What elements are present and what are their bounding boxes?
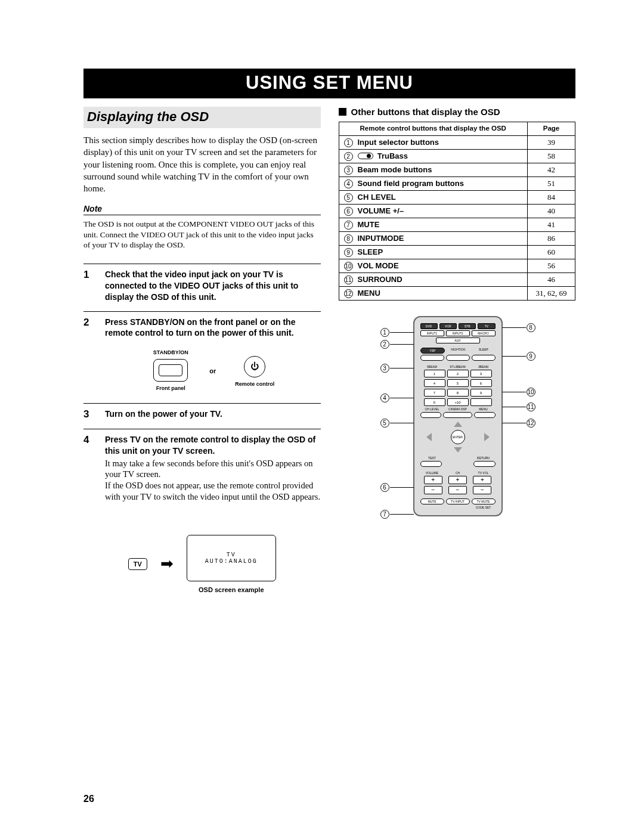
row-label: TruBass: [377, 151, 408, 160]
btn-night: [446, 355, 470, 361]
num-3: 3: [470, 370, 492, 377]
callout-line: [390, 487, 414, 488]
btn-tvmute: TV MUTE: [472, 498, 496, 504]
row-page: 58: [528, 149, 575, 163]
row-page: 31, 62, 69: [528, 286, 575, 300]
square-bullet-icon: [339, 108, 346, 116]
number-pad: 1 2 3 4 5 6 7 8 9 0 +10: [424, 370, 492, 406]
num-9: 9: [470, 389, 492, 397]
lbl-codeset: CODE SET: [472, 506, 496, 509]
dpad: ENTER: [424, 420, 492, 454]
lbl-3beam: 3BEAM: [472, 365, 496, 368]
btn-vcr: VCR: [439, 323, 457, 329]
tvvol-minus: −: [473, 486, 491, 494]
osd-line1: TV: [227, 552, 236, 558]
trubass-icon: [358, 153, 373, 159]
row-label-cell: 5CH LEVEL: [339, 190, 528, 204]
callout-5: 5: [380, 419, 389, 428]
num-6: 6: [470, 379, 492, 387]
row-page: 84: [528, 190, 575, 204]
callout-line: [502, 392, 526, 392]
standby-label: STANDBY/ON: [150, 349, 191, 357]
btn-tvinput: TV INPUT: [446, 498, 470, 504]
row-label: MUTE: [358, 220, 380, 229]
dpad-up-icon: [454, 422, 462, 427]
th-buttons: Remote control buttons that display the …: [339, 122, 528, 136]
btn-stb: STB: [459, 323, 476, 329]
btn-aux: AUX: [436, 337, 480, 343]
btn-tv: TV: [478, 323, 495, 329]
callout-8: 8: [527, 323, 535, 332]
table-row: 11SURROUND46: [339, 272, 575, 286]
row-label: Beam mode buttons: [358, 165, 432, 174]
row-number-icon: 8: [344, 234, 353, 243]
table-row: 4Sound field program buttons51: [339, 176, 575, 190]
row-label-cell: 9SLEEP: [339, 245, 528, 259]
btn-dvd: DVD: [420, 323, 438, 329]
row-number-icon: 9: [344, 248, 353, 257]
table-row: 10VOL MODE56: [339, 259, 575, 272]
vol-minus: −: [424, 486, 442, 494]
step-1: 1 Check that the video input jack on you…: [83, 264, 321, 312]
callout-4: 4: [380, 394, 389, 402]
step-number: 4: [83, 434, 94, 503]
btn-enter: ENTER: [451, 430, 465, 444]
btn-macro: MACRO: [472, 330, 496, 336]
osd-screen: TV AUTO:ANALOG: [187, 535, 276, 581]
row-number-icon: 5: [344, 193, 353, 202]
row-label-cell: 4Sound field program buttons: [339, 176, 528, 190]
section-title: Displaying the OSD: [83, 107, 321, 128]
osd-example-label: OSD screen example: [187, 586, 276, 593]
row-page: 51: [528, 176, 575, 190]
num-2: 2: [447, 370, 469, 377]
num-0: 0: [424, 398, 445, 406]
row-page: 60: [528, 245, 575, 259]
row-page: 46: [528, 272, 575, 286]
step-4: 4 Press TV on the remote control to disp…: [83, 429, 321, 511]
callout-line: [502, 327, 526, 328]
tv-osd-figure: TV ➡ TV AUTO:ANALOG OSD screen example: [83, 535, 321, 593]
dpad-left-icon: [426, 433, 432, 441]
row-label-cell: 6VOLUME +/–: [339, 204, 528, 218]
callout-line: [390, 514, 414, 515]
note-body: The OSD is not output at the COMPONENT V…: [83, 219, 321, 250]
dpad-right-icon: [484, 433, 490, 441]
row-number-icon: 4: [344, 179, 353, 188]
lbl-chlevel: CH LEVEL: [420, 407, 444, 411]
btn-test: [420, 461, 442, 467]
num-7: 7: [424, 389, 445, 397]
num-blank: [470, 398, 492, 406]
table-row: 9SLEEP60: [339, 245, 575, 259]
callout-line: [390, 332, 414, 333]
step-3: 3 Turn on the power of your TV.: [83, 404, 321, 429]
row-label-cell: 1Input selector buttons: [339, 135, 528, 149]
callout-6: 6: [380, 483, 389, 492]
step-number: 1: [83, 269, 94, 303]
callout-line: [502, 407, 526, 407]
row-label-cell: 3Beam mode buttons: [339, 163, 528, 176]
step-text: Press STANDBY/ON on the front panel or o…: [105, 317, 321, 339]
row-label: MENU: [358, 289, 380, 298]
row-number-icon: 2: [344, 152, 353, 161]
row-label: Sound field program buttons: [358, 179, 464, 188]
callout-1: 1: [380, 328, 389, 337]
btn-return: [473, 461, 495, 467]
lbl-test: TEST: [420, 456, 444, 460]
row-number-icon: 1: [344, 138, 353, 147]
intro-text: This section simply describes how to dis…: [83, 134, 321, 194]
table-row: 3Beam mode buttons42: [339, 163, 575, 176]
remote-control-label: Remote control: [234, 381, 275, 388]
btn-menu: [474, 412, 496, 418]
row-label: SLEEP: [358, 247, 383, 256]
row-page: 41: [528, 218, 575, 231]
num-8: 8: [447, 389, 469, 397]
table-row: 6VOLUME +/–40: [339, 204, 575, 218]
row-page: 39: [528, 135, 575, 149]
reference-table: Remote control buttons that display the …: [339, 122, 576, 301]
step-text: Turn on the power of your TV.: [105, 408, 321, 420]
callout-line: [502, 356, 526, 357]
table-row: 1Input selector buttons39: [339, 135, 575, 149]
step-number: 3: [83, 408, 94, 420]
btn-input1: INPUT1: [420, 330, 444, 336]
row-label-cell: 12MENU: [339, 286, 528, 300]
